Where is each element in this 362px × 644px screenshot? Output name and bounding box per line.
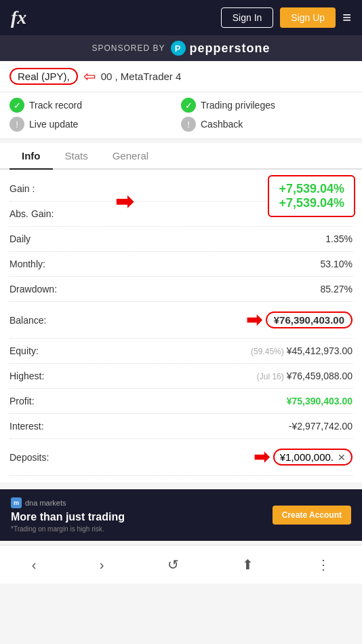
deposits-row: Deposits: ➡ ¥1,000,000. ✕	[9, 439, 353, 476]
equity-row: Equity: (59.45%) ¥45,412,973.00	[9, 339, 353, 364]
ad-title: More than just trading	[11, 511, 266, 523]
info-rows: Gain : placeholder Abs. Gain: placeholde…	[0, 176, 362, 476]
profit-label: Profit:	[9, 396, 35, 406]
deposits-value: ¥1,000,000. ✕	[273, 449, 353, 466]
track-record-label: Track record	[29, 100, 82, 111]
trading-privileges-icon: ✓	[181, 98, 196, 113]
track-record-icon: ✓	[9, 98, 24, 113]
profit-row: Profit: ¥75,390,403.00	[9, 389, 353, 414]
trading-privileges-label: Trading privileges	[201, 100, 275, 111]
info-section: +7,539.04% +7,539.04% ➡ Gain : placehold…	[0, 170, 362, 482]
tab-stats[interactable]: Stats	[53, 143, 100, 170]
highest-label: Highest:	[9, 371, 44, 381]
badge-live-update: ! Live update	[9, 117, 181, 132]
abs-gain-label: Abs. Gain:	[9, 208, 54, 219]
back-button[interactable]: ‹	[25, 554, 43, 575]
account-name: Real (JPY),	[9, 68, 78, 85]
equity-pct: (59.45%)	[251, 347, 284, 356]
gain-label: Gain :	[9, 183, 35, 194]
drawdown-value: 85.27%	[321, 284, 353, 295]
equity-value: (59.45%) ¥45,412,973.00	[251, 345, 353, 356]
tab-info[interactable]: Info	[9, 143, 53, 170]
account-detail: 00 , MetaTrader 4	[101, 71, 182, 82]
badge-cashback: ! Cashback	[181, 117, 353, 132]
red-arrow-account: ⇦	[83, 69, 96, 84]
deposits-arrow: ➡	[254, 446, 269, 468]
abs-gain-value-box: +7,539.04%	[279, 196, 344, 210]
gain-arrow: ➡	[115, 189, 134, 214]
deposits-label: Deposits:	[9, 452, 49, 463]
ad-brand-name: dna markets	[25, 499, 66, 507]
account-strip: Real (JPY), ⇦ 00 , MetaTrader 4	[0, 61, 362, 92]
interest-label: Interest:	[9, 421, 44, 432]
badge-track-record: ✓ Track record	[9, 98, 181, 113]
monthly-label: Monthly:	[9, 259, 45, 269]
gain-box: +7,539.04% +7,539.04%	[268, 175, 355, 217]
balance-arrow: ➡	[246, 309, 262, 331]
ad-banner: m dna markets More than just trading *Tr…	[0, 489, 362, 541]
monthly-row: Monthly: 53.10%	[9, 252, 353, 277]
drawdown-row: Drawdown: 85.27%	[9, 277, 353, 302]
ad-cta-button[interactable]: Create Account	[273, 506, 351, 525]
signin-button[interactable]: Sign In	[221, 7, 274, 28]
fx-logo: fx	[11, 7, 26, 29]
daily-value: 1.35%	[325, 233, 353, 244]
drawdown-label: Drawdown:	[9, 284, 57, 295]
balance-label: Balance:	[9, 315, 46, 326]
header: fx Sign In Sign Up ≡	[0, 0, 362, 35]
deposits-amount: ¥1,000,000.	[280, 451, 334, 463]
monthly-value: 53.10%	[321, 259, 353, 269]
sponsor-bar: SPONSORED BY P pepperstone	[0, 35, 362, 61]
tabs-bar: Info Stats General	[0, 143, 362, 170]
badge-trading-privileges: ✓ Trading privileges	[181, 98, 353, 113]
sponsor-logo[interactable]: P pepperstone	[171, 41, 270, 56]
forward-button[interactable]: ›	[93, 554, 111, 575]
ad-sub: *Trading on margin is high risk.	[11, 525, 266, 533]
daily-label: Daily	[9, 233, 31, 244]
highest-value: (Jul 16) ¥76,459,088.00	[257, 371, 353, 381]
ad-brand-icon: m	[11, 497, 22, 508]
equity-label: Equity:	[9, 345, 39, 356]
pepperstone-icon: P	[171, 41, 186, 56]
balance-value: ¥76,390,403.00	[266, 311, 353, 328]
sponsored-by-label: SPONSORED BY	[92, 43, 165, 53]
badges-row: ✓ Track record ✓ Trading privileges ! Li…	[0, 92, 362, 139]
tab-general[interactable]: General	[100, 143, 161, 170]
refresh-button[interactable]: ↺	[161, 554, 186, 575]
badges-grid: ✓ Track record ✓ Trading privileges ! Li…	[9, 98, 353, 132]
highest-amount: ¥76,459,088.00	[287, 371, 353, 381]
signup-button[interactable]: Sign Up	[280, 7, 336, 28]
gain-value: +7,539.04%	[279, 182, 344, 196]
balance-row: Balance: ➡ ¥76,390,403.00	[9, 302, 353, 339]
ad-brand: m dna markets	[11, 497, 266, 508]
share-button[interactable]: ⬆	[235, 554, 260, 575]
header-actions: Sign In Sign Up ≡	[221, 7, 351, 28]
interest-row: Interest: -¥2,977,742.00	[9, 414, 353, 439]
equity-amount: ¥45,412,973.00	[287, 345, 353, 356]
live-update-icon: !	[9, 117, 24, 132]
interest-value: -¥2,977,742.00	[289, 421, 353, 432]
hamburger-icon[interactable]: ≡	[342, 9, 351, 26]
live-update-label: Live update	[29, 119, 78, 130]
bottom-nav: ‹ › ↺ ⬆ ⋮	[0, 545, 362, 584]
cashback-icon: !	[181, 117, 196, 132]
highest-row: Highest: (Jul 16) ¥76,459,088.00	[9, 364, 353, 389]
sponsor-brand-name: pepperstone	[190, 41, 270, 56]
cashback-label: Cashback	[201, 119, 243, 130]
highest-note: (Jul 16)	[257, 372, 284, 381]
close-icon[interactable]: ✕	[338, 452, 346, 463]
profit-value: ¥75,390,403.00	[287, 396, 353, 406]
daily-row: Daily 1.35%	[9, 227, 353, 252]
ad-content: m dna markets More than just trading *Tr…	[11, 497, 266, 533]
more-menu-button[interactable]: ⋮	[310, 554, 337, 575]
